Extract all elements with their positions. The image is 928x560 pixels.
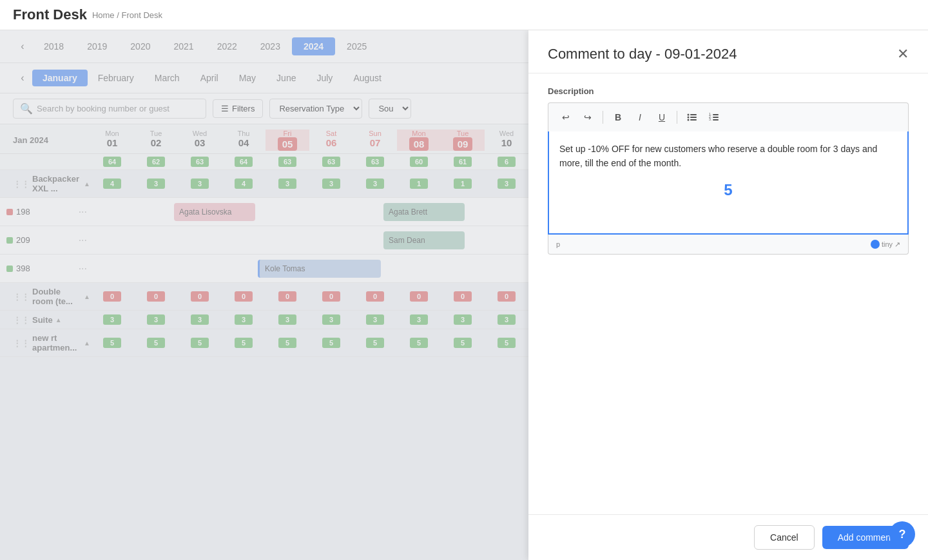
modal-overlay — [0, 30, 528, 560]
svg-rect-10 — [713, 117, 719, 118]
cancel-button[interactable]: Cancel — [754, 525, 815, 550]
ordered-list-button[interactable]: 1.2.3. — [704, 108, 724, 126]
svg-point-0 — [688, 114, 690, 116]
bold-button[interactable]: B — [608, 108, 628, 126]
svg-rect-3 — [690, 114, 697, 115]
toolbar-separator-2 — [677, 111, 677, 124]
description-label: Description — [548, 86, 909, 96]
svg-point-2 — [688, 119, 690, 121]
svg-rect-5 — [690, 119, 697, 121]
editor-number: 5 — [559, 181, 897, 199]
modal-title: Comment to day - 09-01-2024 — [548, 46, 737, 63]
app-title: Front Desk — [13, 6, 87, 23]
breadcrumb: Home / Front Desk — [92, 10, 162, 20]
unordered-list-button[interactable] — [682, 108, 702, 126]
svg-rect-4 — [690, 117, 697, 118]
paragraph-label: p — [556, 240, 560, 248]
editor-text: Set up -10% OFF for new customers who re… — [559, 142, 897, 171]
tiny-logo: tiny ↗ — [871, 240, 900, 249]
svg-rect-9 — [713, 114, 719, 115]
tiny-text: tiny — [882, 240, 893, 248]
top-bar: Front Desk Home / Front Desk — [0, 0, 928, 30]
tiny-circle-icon — [871, 240, 880, 249]
toolbar-separator-1 — [603, 111, 603, 124]
editor-content[interactable]: Set up -10% OFF for new customers who re… — [548, 131, 909, 235]
modal-body: Description ↩ ↪ B I U 1.2.3. — [528, 73, 928, 514]
italic-button[interactable]: I — [630, 108, 650, 126]
modal-footer: Cancel Add comment — [528, 514, 928, 560]
modal-close-button[interactable]: ✕ — [897, 47, 909, 61]
help-button[interactable]: ? — [889, 521, 915, 547]
editor-footer: p tiny ↗ — [548, 235, 909, 255]
svg-text:3.: 3. — [709, 117, 711, 121]
calendar-panel: ‹ 20182019202020212022202320242025 ‹ Jan… — [0, 30, 528, 560]
svg-rect-11 — [713, 119, 719, 121]
resize-icon: ↗ — [894, 240, 900, 249]
undo-button[interactable]: ↩ — [556, 108, 575, 126]
editor-toolbar: ↩ ↪ B I U 1.2.3. — [548, 102, 909, 131]
underline-button[interactable]: U — [652, 108, 672, 126]
modal-panel: Comment to day - 09-01-2024 ✕ Descriptio… — [528, 30, 928, 560]
redo-button[interactable]: ↪ — [578, 108, 597, 126]
modal-header: Comment to day - 09-01-2024 ✕ — [528, 30, 928, 73]
svg-point-1 — [688, 117, 690, 119]
